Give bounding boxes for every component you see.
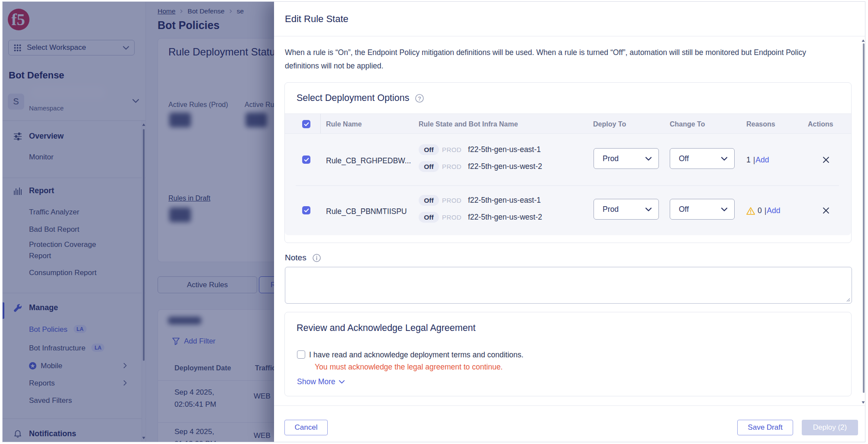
show-more-link[interactable]: Show More <box>297 377 345 386</box>
panel-description: When a rule is “On”, the Endpoint Policy… <box>285 46 830 73</box>
infra-name: f22-5th-gen-us-west-2 <box>468 162 542 171</box>
reasons-count: 1 <box>746 156 751 165</box>
change-to-select[interactable]: Off <box>670 199 735 220</box>
table-body: Rule_CB_RGHPEDBW... Off PROD f22-5th-gen… <box>285 134 851 235</box>
rule-checkbox[interactable] <box>302 156 310 164</box>
chevron-down-icon <box>645 157 652 161</box>
help-icon[interactable]: ? <box>415 94 424 103</box>
column-change-to: Change To <box>670 120 705 128</box>
env-label: PROD <box>442 197 465 204</box>
notes-textarea[interactable] <box>285 267 852 304</box>
reasons-add-link[interactable]: Add <box>755 156 769 165</box>
state-pill: Off <box>419 212 439 223</box>
legal-title: Review and Acknowledge Legal Agreement <box>297 323 476 334</box>
reasons-count: 0 <box>758 206 762 215</box>
rule-name: Rule_CB_RGHPEDBW... <box>326 156 411 165</box>
reasons-cell: 1 | Add <box>746 156 769 165</box>
legal-error-text: You must acknowledge the legal agreement… <box>315 363 503 372</box>
divider <box>320 114 321 133</box>
rule-checkbox[interactable] <box>302 206 310 214</box>
infra-name: f22-5th-gen-us-west-2 <box>468 213 542 222</box>
panel-scrollbar-thumb[interactable] <box>863 43 865 393</box>
notes-label: Notes <box>285 253 307 263</box>
column-deploy-to: Deploy To <box>593 120 626 128</box>
deploy-to-select[interactable]: Prod <box>594 148 659 169</box>
infra-name: f22-5th-gen-us-east-1 <box>468 196 541 205</box>
remove-rule-icon[interactable] <box>823 156 829 163</box>
notes-label-row: Notes <box>285 253 321 263</box>
state-pill: Off <box>419 195 439 206</box>
deployment-options-title: Select Deployment Options ? <box>297 93 424 104</box>
rule-row-1: Rule_CB_RGHPEDBW... Off PROD f22-5th-gen… <box>285 134 851 185</box>
select-all-checkbox[interactable] <box>302 120 310 128</box>
remove-rule-icon[interactable] <box>823 207 829 214</box>
warning-icon <box>746 207 755 215</box>
info-icon[interactable] <box>313 254 321 262</box>
change-to-select[interactable]: Off <box>670 148 735 169</box>
column-reasons: Reasons <box>746 120 775 128</box>
table-header-row: Rule Name Rule State and Bot Infra Name … <box>285 113 851 134</box>
column-rule-name: Rule Name <box>326 120 362 128</box>
rule-state-line: Off PROD f22-5th-gen-us-east-1 <box>419 195 541 206</box>
infra-name: f22-5th-gen-us-east-1 <box>468 145 541 154</box>
scroll-down-icon[interactable] <box>862 401 865 404</box>
edit-rule-state-panel: Edit Rule State When a rule is “On”, the… <box>274 2 865 442</box>
legal-checkbox[interactable] <box>297 350 305 359</box>
resize-handle-icon[interactable] <box>846 298 850 302</box>
env-label: PROD <box>442 214 465 221</box>
reasons-add-link[interactable]: Add <box>767 206 780 215</box>
column-rule-state: Rule State and Bot Infra Name <box>419 120 518 128</box>
deploy-button[interactable]: Deploy (2) <box>802 420 858 435</box>
panel-footer: Cancel Save Draft Deploy (2) <box>274 405 865 442</box>
chevron-down-icon <box>721 157 727 161</box>
legal-agreement-card: Review and Acknowledge Legal Agreement I… <box>284 312 852 396</box>
rule-state-line: Off PROD f22-5th-gen-us-west-2 <box>419 212 542 223</box>
chevron-down-icon <box>721 207 727 211</box>
state-pill: Off <box>419 161 439 172</box>
reasons-cell: 0 | Add <box>746 206 780 215</box>
rule-state-line: Off PROD f22-5th-gen-us-west-2 <box>419 161 542 172</box>
legal-checkbox-label[interactable]: I have read and acknowledge deployment t… <box>309 350 523 360</box>
select-deployment-options-card: Select Deployment Options ? Rule Name Ru… <box>284 82 852 243</box>
save-draft-button[interactable]: Save Draft <box>737 420 793 435</box>
rule-row-2: Rule_CB_PBNMTIISPU Off PROD f22-5th-gen-… <box>285 185 851 235</box>
panel-title: Edit Rule State <box>285 13 348 25</box>
env-label: PROD <box>442 163 465 170</box>
cancel-button[interactable]: Cancel <box>284 420 328 435</box>
svg-text:?: ? <box>418 95 421 101</box>
app-window: f5 Select Workspace Bot Defense S Namesp… <box>3 2 865 442</box>
chevron-down-icon <box>645 207 652 211</box>
chevron-down-icon <box>339 380 345 384</box>
panel-header: Edit Rule State <box>274 2 865 36</box>
column-actions: Actions <box>808 120 833 128</box>
rule-state-line: Off PROD f22-5th-gen-us-east-1 <box>419 144 541 155</box>
state-pill: Off <box>419 144 439 155</box>
scroll-up-icon[interactable] <box>862 39 865 42</box>
rule-name: Rule_CB_PBNMTIISPU <box>326 207 407 216</box>
deploy-to-select[interactable]: Prod <box>594 199 659 220</box>
env-label: PROD <box>442 146 465 153</box>
